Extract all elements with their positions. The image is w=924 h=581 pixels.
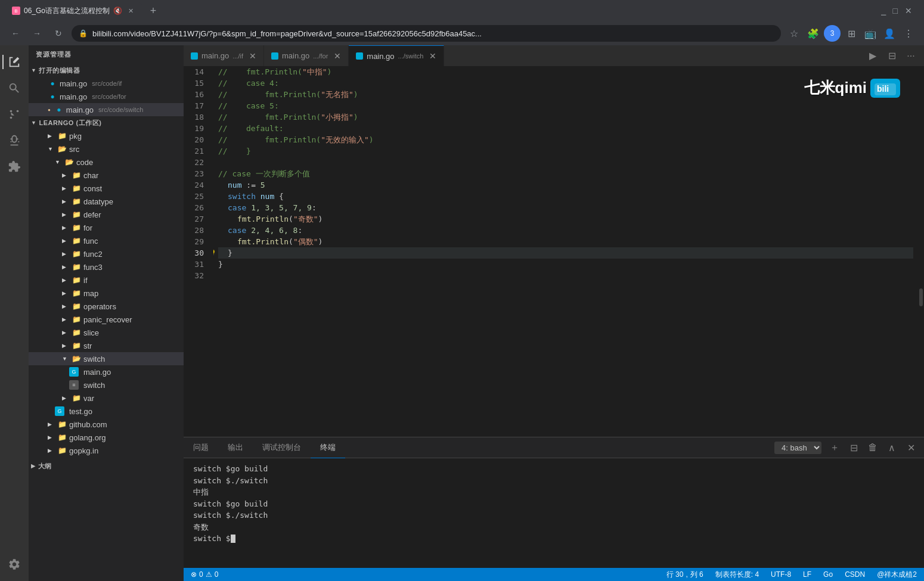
tree-folder-func2[interactable]: ▶ 📁 func2 — [29, 247, 184, 260]
tree-folder-func3[interactable]: ▶ 📁 func3 — [29, 260, 184, 274]
status-author[interactable]: @祥木成植2 — [875, 568, 919, 581]
tree-folder-switch[interactable]: ▼ 📂 switch — [29, 352, 184, 365]
bookmark-star-icon[interactable]: ☆ — [786, 25, 802, 42]
close-icon[interactable]: ✕ — [905, 6, 912, 15]
status-feedback[interactable]: CSDN — [842, 568, 867, 581]
extension-icon[interactable]: 🧩 — [805, 25, 821, 42]
address-bar[interactable]: 🔒 bilibili.com/video/BV1ZJ411W7jG/?p=6&s… — [72, 25, 781, 42]
tree-folder-src[interactable]: ▼ 📂 src — [29, 142, 184, 156]
activity-explorer[interactable] — [2, 50, 26, 74]
tree-file-main-go[interactable]: G main.go — [29, 365, 184, 378]
code-line-28: case 2, 4, 6, 8 : — [218, 225, 913, 236]
tree-folder-code[interactable]: ▼ 📂 code — [29, 156, 184, 169]
panel-tab-debug-console[interactable]: 调试控制台 — [253, 437, 311, 458]
scrollbar-track[interactable] — [918, 66, 924, 437]
panel-tab-output[interactable]: 输出 — [218, 437, 253, 458]
outline-section[interactable]: ▶ 大纲 — [29, 459, 184, 473]
split-editor-button[interactable]: ⊟ — [883, 48, 900, 64]
tree-folder-github[interactable]: ▶ 📁 github.com — [29, 418, 184, 431]
status-tab-size[interactable]: 制表符长度: 4 — [713, 568, 761, 581]
activity-extensions[interactable] — [2, 155, 26, 179]
menu-icon[interactable]: ⋮ — [900, 25, 917, 42]
open-file-switch[interactable]: ● ● main.go src/code/switch — [29, 103, 184, 116]
terminal-line-2: switch $ ./switch — [193, 475, 914, 487]
lightbulb-icon[interactable]: 💡 — [213, 249, 216, 257]
tab-size-text: 制表符长度: 4 — [715, 570, 759, 580]
tree-folder-golang[interactable]: ▶ 📁 golang.org — [29, 431, 184, 444]
more-actions-button[interactable]: ··· — [903, 48, 919, 64]
code-line-25: switch num { — [218, 191, 913, 202]
tree-folder-map[interactable]: ▶ 📁 map — [29, 287, 184, 300]
tree-folder-str[interactable]: ▶ 📁 str — [29, 339, 184, 352]
panel-up-button[interactable]: ∧ — [883, 439, 900, 456]
forward-button[interactable]: → — [29, 25, 45, 42]
tree-folder-const[interactable]: ▶ 📁 const — [29, 182, 184, 195]
maximize-icon[interactable]: □ — [893, 6, 898, 15]
tree-folder-panic-recover[interactable]: ▶ 📁 panic_recover — [29, 313, 184, 326]
split-terminal-button[interactable]: ⊟ — [845, 439, 862, 456]
code-content[interactable]: // fmt.Println("中指") // case 4: // fmt.P… — [213, 66, 918, 437]
tree-folder-pkg[interactable]: ▶ 📁 pkg — [29, 129, 184, 142]
tree-folder-var[interactable]: ▶ 📁 var — [29, 392, 184, 405]
scrollbar-thumb[interactable] — [919, 288, 923, 306]
tree-file-switch-exe[interactable]: ≡ switch — [29, 378, 184, 392]
terminal-content[interactable]: switch $ go build switch $ ./switch 中指 s… — [184, 458, 924, 568]
new-terminal-button[interactable]: ＋ — [826, 439, 843, 456]
chevron-icon: ▶ — [62, 343, 69, 349]
reload-button[interactable]: ↻ — [50, 25, 67, 42]
status-line-ending[interactable]: LF — [801, 568, 814, 581]
profile-icon[interactable]: 3 — [824, 25, 841, 42]
tree-file-test-go[interactable]: G test.go — [29, 405, 184, 418]
back-button[interactable]: ← — [7, 25, 24, 42]
line-num-31: 31 — [184, 259, 209, 270]
panel-tab-terminal[interactable]: 终端 — [311, 437, 345, 458]
tab-for[interactable]: main.go .../for ✕ — [264, 45, 349, 66]
activity-debug[interactable] — [2, 129, 26, 153]
status-errors[interactable]: ⊗ 0 ⚠ 0 — [188, 568, 221, 581]
tree-folder-datatype[interactable]: ▶ 📁 datatype — [29, 195, 184, 208]
language-text: Go — [823, 570, 833, 579]
open-editors-section[interactable]: ▼ 打开的编辑器 — [29, 64, 184, 77]
browser-tab-active[interactable]: B 06_Go语言基础之流程控制 🔇 ✕ — [5, 2, 142, 19]
line-num-24: 24 — [184, 179, 209, 191]
tree-folder-if[interactable]: ▶ 📁 if — [29, 274, 184, 287]
tab-close-for[interactable]: ✕ — [334, 51, 341, 61]
browser-chrome: B 06_Go语言基础之流程控制 🔇 ✕ + ⎯ □ ✕ ← → ↻ 🔒 bil… — [0, 0, 924, 45]
line-ending-text: LF — [803, 570, 811, 579]
tree-folder-char[interactable]: ▶ 📁 char — [29, 169, 184, 182]
terminal-selector[interactable]: 4: bash — [774, 442, 821, 454]
tab-close-button[interactable]: ✕ — [126, 6, 135, 15]
open-file-if[interactable]: ● main.go src/code/if — [29, 77, 184, 90]
activity-search[interactable] — [2, 76, 26, 100]
open-file-for[interactable]: ● main.go src/code/for — [29, 90, 184, 103]
tab-close-switch[interactable]: ✕ — [429, 51, 436, 61]
tab-switch[interactable]: main.go .../switch ✕ — [349, 45, 444, 66]
tab-if[interactable]: main.go .../if ✕ — [184, 45, 264, 66]
status-language[interactable]: Go — [821, 568, 835, 581]
tree-folder-func[interactable]: ▶ 📁 func — [29, 234, 184, 247]
tree-folder-defer[interactable]: ▶ 📁 defer — [29, 208, 184, 221]
tree-folder-gopkg[interactable]: ▶ 📁 gopkg.in — [29, 444, 184, 457]
cast-icon[interactable]: 📺 — [862, 25, 879, 42]
status-row-col[interactable]: 行 30 , 列 6 — [664, 568, 706, 581]
account-icon[interactable]: 👤 — [881, 25, 898, 42]
tab-close-if[interactable]: ✕ — [249, 51, 256, 61]
code-line-23: // case 一次判断多个值 — [218, 168, 913, 179]
workspace-section[interactable]: ▼ LEARNGO (工作区) — [29, 116, 184, 129]
tree-folder-operators[interactable]: ▶ 📁 operators — [29, 300, 184, 313]
tree-folder-for[interactable]: ▶ 📁 for — [29, 221, 184, 234]
chevron-icon: ▶ — [62, 303, 69, 309]
tree-folder-slice[interactable]: ▶ 📁 slice — [29, 326, 184, 339]
line-num-28: 28 — [184, 225, 209, 236]
activity-git[interactable] — [2, 102, 26, 126]
activity-settings[interactable] — [2, 552, 26, 576]
panel-tab-problems[interactable]: 问题 — [184, 437, 218, 458]
kill-terminal-button[interactable]: 🗑 — [864, 439, 881, 456]
run-button[interactable]: ▶ — [864, 48, 881, 64]
code-line-20: // fmt.Println("无效的输入") — [218, 134, 913, 145]
new-tab-button[interactable]: + — [145, 2, 162, 19]
extensions-button[interactable]: ⊞ — [843, 25, 860, 42]
panel-close-button[interactable]: ✕ — [903, 439, 919, 456]
minimize-icon[interactable]: ⎯ — [881, 6, 886, 15]
status-encoding[interactable]: UTF-8 — [768, 568, 793, 581]
